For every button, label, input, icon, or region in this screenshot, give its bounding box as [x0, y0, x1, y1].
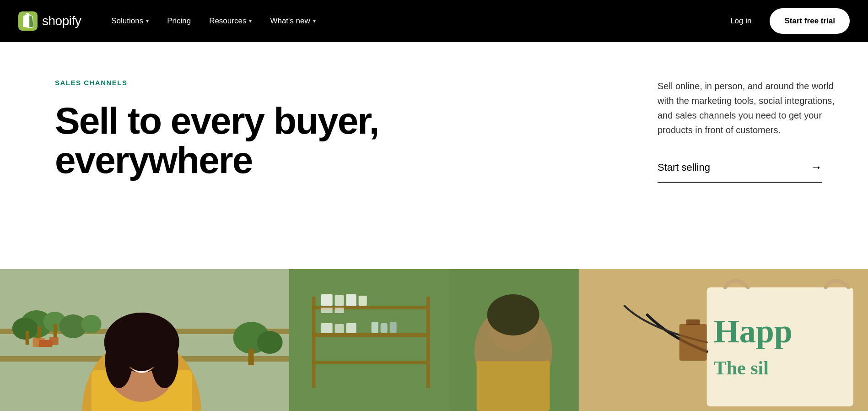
hero-heading-line2: everywhere [55, 139, 252, 181]
navbar: shopify Solutions ▾ Pricing Resources ▾ … [0, 0, 868, 42]
page-wrapper: shopify Solutions ▾ Pricing Resources ▾ … [0, 42, 868, 411]
svg-rect-50 [449, 269, 579, 411]
navbar-actions: Log in Start free trial [723, 8, 850, 34]
nav-solutions[interactable]: Solutions ▾ [104, 12, 156, 30]
svg-text:Happ: Happ [713, 313, 792, 350]
svg-point-19 [105, 333, 133, 388]
hero-right-section: Sell online, in person, and around the w… [639, 42, 868, 201]
svg-rect-39 [335, 308, 344, 313]
arrow-right-icon: → [810, 160, 822, 174]
nav-pricing-label: Pricing [167, 16, 191, 26]
nav-whats-new[interactable]: What's new ▾ [263, 12, 323, 30]
svg-rect-43 [372, 322, 378, 333]
nav-resources[interactable]: Resources ▾ [202, 12, 259, 30]
whats-new-chevron-icon: ▾ [313, 18, 316, 24]
login-button[interactable]: Log in [723, 12, 759, 30]
shopify-logo[interactable]: shopify [18, 11, 81, 31]
hero-heading-line1: Sell to every buyer, [55, 100, 379, 141]
hero-description: Sell online, in person, and around the w… [658, 79, 841, 137]
start-trial-button[interactable]: Start free trial [770, 8, 850, 34]
svg-rect-56 [679, 324, 706, 361]
svg-point-7 [12, 318, 38, 340]
svg-rect-31 [312, 361, 426, 364]
svg-rect-44 [381, 323, 388, 333]
svg-point-22 [146, 355, 155, 366]
hero-heading: Sell to every buyer, everywhere [55, 101, 412, 180]
svg-rect-34 [321, 294, 333, 306]
eyebrow-label: SALES CHANNELS [55, 79, 603, 87]
shopify-bag-icon [18, 11, 38, 31]
brand-name: shopify [42, 14, 81, 28]
svg-rect-37 [359, 296, 367, 306]
svg-rect-30 [312, 333, 426, 337]
svg-rect-26 [39, 340, 53, 347]
image-card-2 [289, 269, 578, 411]
nav-whats-new-label: What's new [270, 16, 310, 26]
svg-rect-11 [54, 324, 57, 338]
svg-point-9 [81, 315, 102, 333]
svg-point-21 [129, 355, 138, 366]
start-selling-text: Start selling [658, 162, 710, 173]
svg-rect-41 [335, 324, 344, 333]
nav-solutions-label: Solutions [111, 16, 143, 26]
svg-rect-33 [426, 297, 430, 388]
svg-rect-40 [321, 323, 333, 333]
image-card-3: Happ The sil [579, 269, 868, 411]
resources-chevron-icon: ▾ [249, 18, 252, 24]
svg-point-20 [151, 333, 178, 388]
svg-rect-38 [321, 308, 333, 313]
svg-rect-45 [390, 322, 397, 333]
svg-rect-36 [346, 294, 356, 306]
bottom-images-section: Happ The sil [0, 269, 868, 411]
svg-rect-12 [26, 331, 29, 345]
svg-rect-32 [312, 297, 316, 388]
svg-text:The      sil: The sil [713, 357, 768, 379]
start-selling-link[interactable]: Start selling → [658, 160, 822, 183]
svg-rect-25 [248, 349, 254, 365]
svg-rect-57 [686, 319, 700, 325]
nav-menu: Solutions ▾ Pricing Resources ▾ What's n… [104, 12, 723, 30]
svg-point-24 [257, 331, 283, 354]
hero-left-section: SALES CHANNELS Sell to every buyer, ever… [0, 42, 639, 198]
nav-resources-label: Resources [209, 16, 246, 26]
svg-rect-35 [335, 295, 344, 306]
nav-pricing[interactable]: Pricing [160, 12, 198, 30]
svg-rect-42 [346, 323, 356, 333]
solutions-chevron-icon: ▾ [146, 18, 149, 24]
image-card-1 [0, 269, 289, 411]
